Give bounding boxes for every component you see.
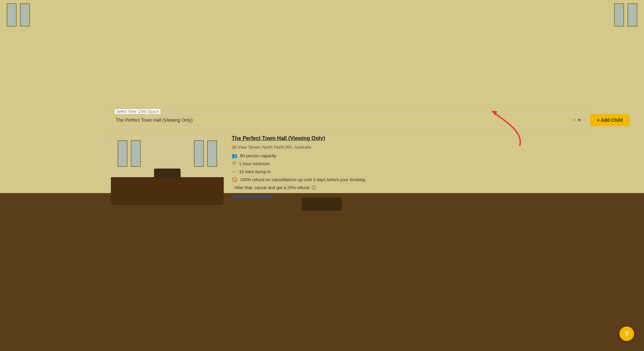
help-fab-icon: ? [625, 330, 629, 338]
clock-icon: ⏱ [232, 161, 236, 166]
detail-minimum: ⏱ 1 hour minimum [232, 161, 629, 166]
refund-icon: 🚫 [232, 177, 237, 182]
minimum-text: 1 hour minimum [239, 161, 270, 166]
preview-image [111, 135, 224, 205]
detail-refund-2: After that, cancel and get a 25% refund.… [232, 185, 629, 191]
select-new-child-label: Select New Child Space [115, 109, 160, 114]
main-content: Status Name Attendees Color Casual Rate … [103, 28, 637, 344]
select-clear-button[interactable]: ✕ [572, 116, 577, 124]
preview-details: 👥 80 person capacity ⏱ 1 hour minimum ↔ … [232, 153, 629, 198]
select-new-child-container: Select New Child Space The Perfect Town … [111, 112, 629, 127]
table-container: Status Name Attendees Color Casual Rate … [103, 28, 637, 85]
preview-card: The Perfect Town Hall (Viewing Only) 26 … [111, 135, 629, 205]
table-row: Live [103, 47, 637, 85]
capacity-icon: 👥 [232, 153, 237, 158]
detail-bump-in: ↔ 15 mins bump in [232, 169, 629, 174]
space-thumbnail [171, 57, 197, 75]
preview-address: 26 View Street, North Perth WA, Australi… [232, 145, 629, 150]
select-input-value: The Perfect Town Hall (Viewing Only) [116, 117, 572, 123]
preview-info: The Perfect Town Hall (Viewing Only) 26 … [232, 135, 629, 205]
bump-text: 15 mins bump in [239, 169, 271, 174]
preview-wrapper: The Perfect Town Hall (Viewing Only) 26 … [111, 135, 629, 205]
add-child-button[interactable]: + Add Child [590, 114, 629, 126]
detail-view-opening-times: View Opening Times [232, 193, 629, 198]
content-wrapper: 🏷 Tags 🐾 Update ✏️ Basics 📋 Billing ≡ De… [7, 28, 637, 344]
detail-capacity: 👥 80 person capacity [232, 153, 629, 158]
view-opening-times-link[interactable]: View Opening Times [232, 193, 271, 198]
name-cell: The Perfect Town Hall (Weekend Function … [171, 53, 453, 80]
preview-title: The Perfect Town Hall (Viewing Only) [232, 135, 629, 141]
help-fab-button[interactable]: ? [619, 326, 634, 341]
capacity-text: 80 person capacity [240, 153, 276, 158]
refund-text: 100% refund on cancellations up until 3 … [240, 177, 366, 182]
refund-info-icon[interactable]: ⓘ [312, 185, 316, 190]
select-input-row: The Perfect Town Hall (Viewing Only) ✕ ▾… [111, 112, 629, 127]
detail-refund: 🚫 100% refund on cancellations up until … [232, 177, 629, 182]
bump-icon: ↔ [232, 169, 236, 174]
refund-text-2: After that, cancel and get a 25% refund.… [234, 185, 316, 191]
select-dropdown-button[interactable]: ▾ [577, 116, 581, 124]
select-input-box[interactable]: The Perfect Town Hall (Viewing Only) ✕ ▾ [111, 112, 586, 127]
